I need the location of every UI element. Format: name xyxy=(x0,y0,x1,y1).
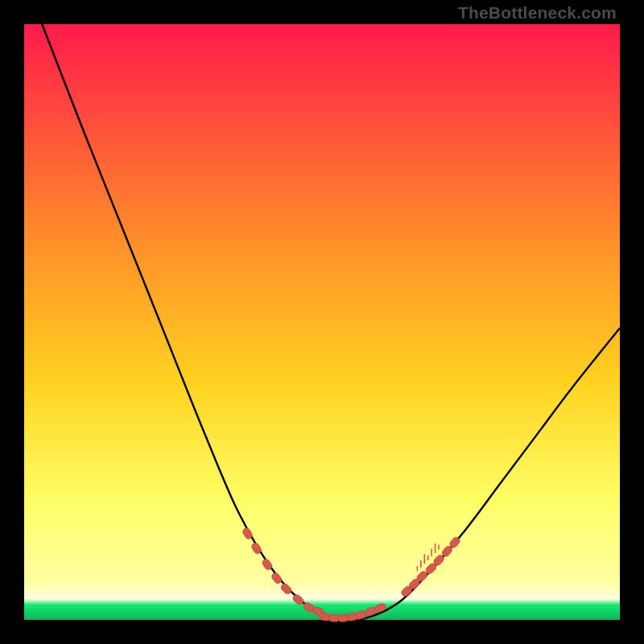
chart-svg-layer xyxy=(24,24,620,620)
bottleneck-curve xyxy=(42,24,620,621)
curve-marker xyxy=(279,582,292,595)
curve-marker xyxy=(270,572,283,585)
chart-frame xyxy=(24,24,620,620)
watermark-text: TheBottleneck.com xyxy=(458,3,617,23)
